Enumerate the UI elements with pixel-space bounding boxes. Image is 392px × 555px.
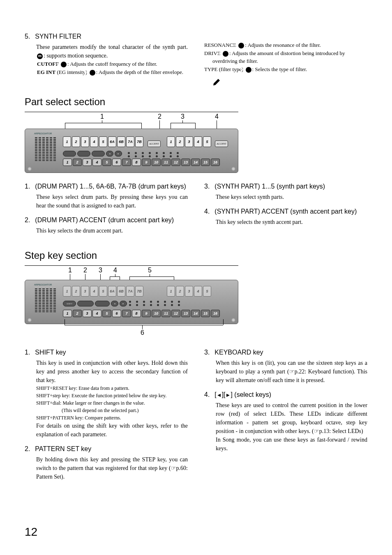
section-title: SYNTH FILTER xyxy=(35,33,81,40)
diagram-label: 2 xyxy=(158,113,161,120)
drum-part-key: 4 xyxy=(90,136,98,147)
step-key: 6 xyxy=(112,310,121,317)
motion-icon: m xyxy=(246,67,251,73)
item-body: This key is used in conjunction with oth… xyxy=(36,359,188,385)
item-body: When this key is on (lit), you can use t… xyxy=(216,359,367,385)
item-number: 1. xyxy=(25,183,30,190)
item-body: In Song mode, you can use these keys as … xyxy=(216,435,367,453)
step-key: 15 xyxy=(201,310,210,317)
step-key: 9 xyxy=(142,159,151,166)
item-body: For details on using the shift key with … xyxy=(36,421,188,439)
synth-accent-key: ACCENT xyxy=(215,140,228,147)
motion-icon: m xyxy=(223,51,228,57)
drum-part-key: 2 xyxy=(72,136,80,147)
step-key: 11 xyxy=(161,159,171,166)
step-key-heading: Step key section xyxy=(25,250,367,261)
diagram-label: 1 xyxy=(100,113,104,120)
item-title: KEYBOARD key xyxy=(214,349,263,356)
step-key: 7 xyxy=(122,159,131,166)
synth-part-key: 4 xyxy=(194,136,202,147)
drum-part-key: 7B xyxy=(135,136,143,147)
drum-part-key: 1 xyxy=(63,136,71,147)
patternset-indicator xyxy=(77,151,90,157)
diagram-label: 6 xyxy=(141,329,144,336)
synth-part-key: 3 xyxy=(185,136,193,147)
left-arrow: ◄ xyxy=(106,151,113,157)
egint-item: EG INT (EG intensity) m: Adjusts the dep… xyxy=(45,68,188,76)
step-key: 5 xyxy=(102,159,111,166)
step-key: 9 xyxy=(142,310,151,317)
item-body: By holding down this key and pressing th… xyxy=(36,455,188,481)
item-number: 3. xyxy=(204,183,210,190)
part-select-diagram: 1 2 3 4 ARPEGGIATOR 1 2 3 4 5 xyxy=(25,113,238,175)
drum-part-key: 6B xyxy=(117,136,125,147)
keyboard-indicator xyxy=(92,151,105,157)
item-body: These keys are used to control the curre… xyxy=(216,401,367,435)
step-key: 1 xyxy=(63,159,72,166)
sub-detail: (This will depend on the selected part.) xyxy=(62,407,188,414)
sub-item: SHIFT+PATTERN key: Compare patterns. xyxy=(44,414,188,421)
item-title: (SYNTH PART) ACCENT (synth accent part k… xyxy=(214,208,357,215)
item-body: This key selects the drum accent part. xyxy=(36,226,188,235)
sub-item: SHIFT+step key: Execute the function pri… xyxy=(44,392,188,399)
sub-item: SHIFT+dial: Make larger or finer changes… xyxy=(44,399,188,407)
right-arrow: ► xyxy=(115,151,122,157)
item-title: (DRUM PART) 1...5, 6A-6B, 7A-7B (drum pa… xyxy=(35,183,186,190)
cutoff-item: CUTOFF m: Adjusts the cutoff frequency o… xyxy=(45,60,188,68)
diagram-label: 5 xyxy=(148,267,152,274)
step-key: 3 xyxy=(83,159,92,166)
resonance-item: RESONANCE m: Adjusts the resonance of th… xyxy=(212,41,367,49)
step-key: 1 xyxy=(63,310,72,317)
drum-part-key: 6A xyxy=(108,136,116,147)
item-body: These keys select drum parts. By pressin… xyxy=(36,193,188,210)
left-arrow-icon: ◄ xyxy=(217,392,222,398)
step-key: 3 xyxy=(83,310,92,317)
item-number: 2. xyxy=(25,445,30,453)
step-key: 14 xyxy=(191,310,200,317)
step-key: 12 xyxy=(171,159,180,166)
step-key: 6 xyxy=(112,159,121,166)
item-title: (DRUM PART) ACCENT (drum accent part key… xyxy=(35,216,174,224)
drum-part-key: 7A xyxy=(126,136,134,147)
page-number: 12 xyxy=(25,525,37,539)
item-number: 3. xyxy=(204,349,210,356)
item-title: SHIFT key xyxy=(35,349,66,356)
item-title: [◄][►] (select keys) xyxy=(214,391,271,398)
synth-part-key: 2 xyxy=(176,136,184,147)
diagram-label: 3 xyxy=(181,113,184,120)
sub-item: SHIFT+RESET key: Erase data from a patte… xyxy=(44,385,188,392)
item-number: 4. xyxy=(204,208,210,215)
step-key: 5 xyxy=(102,310,111,317)
step-key: 13 xyxy=(181,159,190,166)
step-key: 4 xyxy=(92,310,101,317)
item-number: 2. xyxy=(25,216,30,224)
step-key: 13 xyxy=(181,310,190,317)
step-key: 4 xyxy=(92,159,101,166)
diagram-label: 4 xyxy=(215,113,219,120)
step-key: 2 xyxy=(73,159,82,166)
step-key: 15 xyxy=(201,159,210,166)
diagram-label: 1 xyxy=(68,267,72,274)
drum-accent-key: ACCENT xyxy=(148,140,161,147)
intro-text: These parameters modify the tonal charac… xyxy=(36,43,188,60)
patternset-button xyxy=(77,301,94,306)
type-item: TYPE (filter type) m: Selects the type o… xyxy=(212,65,367,74)
section-number: 5. xyxy=(25,33,30,40)
step-key: 16 xyxy=(211,159,220,166)
item-title: PATTERN SET key xyxy=(35,445,91,453)
step-key: 10 xyxy=(152,310,161,317)
step-key: 11 xyxy=(161,310,171,317)
step-key-items: 1. SHIFT key This key is used in conjunc… xyxy=(25,349,367,488)
synth-part-key: 1 xyxy=(167,136,175,147)
motion-icon: m xyxy=(61,62,67,67)
item-body: This key selects the synth accent part. xyxy=(216,218,367,226)
drum-part-key: 5 xyxy=(99,136,107,147)
synth-filter-section: 5. SYNTH FILTER These parameters modify … xyxy=(25,33,367,88)
select-left: ◄ xyxy=(111,301,118,306)
step-key: 16 xyxy=(211,310,220,317)
step-key: 8 xyxy=(132,159,141,166)
step-key: 2 xyxy=(73,310,82,317)
synth-part-key: 5 xyxy=(203,136,211,147)
pencil-icon xyxy=(212,76,222,86)
keyboard-button xyxy=(95,301,110,306)
